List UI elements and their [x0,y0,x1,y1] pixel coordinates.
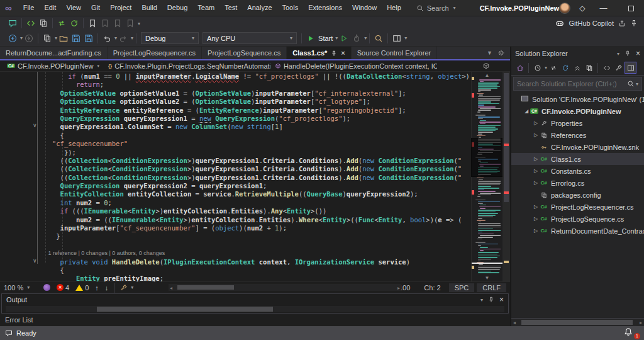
menu-tools[interactable]: Tools [277,0,304,16]
redo-icon[interactable] [118,33,129,44]
scrollbar-thumb[interactable] [97,307,273,312]
toolbar-overflow-icon[interactable]: ▾ [138,21,140,26]
code-line[interactable]: inputParameter["cf_sequencenumber"] = (o… [40,224,471,232]
search-control[interactable]: Search ▾ [416,4,456,12]
code-line[interactable]: { [40,132,471,140]
breadcrumb-method[interactable]: HandleDelete(IPluginExecutionContext con… [270,62,437,70]
solution-explorer-search[interactable]: ▾ [513,77,642,91]
tree-item-packages-config[interactable]: packages.config [511,189,644,201]
save-all-icon[interactable] [83,33,94,44]
tree-collapsed-icon[interactable]: ▷ [533,156,539,162]
open-file-icon[interactable] [58,33,69,44]
menu-analyze[interactable]: Analyze [242,0,277,16]
previous-issue-icon[interactable]: ↑ [95,284,99,292]
tree-collapsed-icon[interactable]: ▷ [533,132,539,138]
tree-expanded-icon[interactable]: ◢ [523,108,530,114]
code-line[interactable] [40,241,471,249]
menu-git[interactable]: Git [86,0,105,16]
undo-chevron-icon[interactable]: ▾ [114,35,117,41]
code-line[interactable]: if (num1 == 0 || inputParameter.LogicalN… [40,72,471,81]
feedback-icon[interactable] [5,329,13,337]
code-line[interactable]: ((Collection<ConditionExpression>)queryE… [40,174,471,182]
code-line[interactable]: EntityCollection entityCollection = serv… [40,190,471,198]
code-line[interactable]: int num2 = 0; [40,199,471,207]
preview-selected-items-icon[interactable] [625,62,636,74]
chevron-down-icon[interactable]: ▾ [617,51,619,57]
breadcrumb-project[interactable]: C#CF.Invoke.POPluginNew▾ [3,62,104,70]
menu-view[interactable]: View [61,0,86,16]
line-ending-indicator[interactable]: CRLF [477,283,506,292]
tree-item-projectlogresequencer-cs[interactable]: ▷C#ProjectLogResequencer.cs [511,201,644,213]
scrollbar-thumb[interactable] [504,73,509,202]
output-scrollbar[interactable] [6,306,504,312]
zoom-select[interactable]: 100 % ▾ [4,284,40,292]
code-line[interactable]: ((Collection<ConditionExpression>)queryE… [40,157,471,165]
minimap[interactable]: ▲ ▼ [471,72,502,281]
code-line[interactable]: ((Collection<ConditionExpression>)queryE… [40,165,471,173]
code-line[interactable]: Entity preEntityImage; [40,275,471,281]
chevron-down-icon[interactable]: ▾ [480,297,483,303]
menu-team[interactable]: Team [192,0,219,16]
code-line[interactable]: OptionSetValue optionSetValue1 = (Option… [40,89,471,98]
code-line[interactable]: QueryExpression queryExpression2 = query… [40,182,471,190]
code-line[interactable]: OptionSetValue optionSetValue2 = (Option… [40,98,471,106]
close-icon[interactable]: × [341,49,345,57]
step-into-icon[interactable] [56,18,67,29]
collapse-all-icon[interactable] [571,62,583,74]
gear-icon[interactable] [497,49,505,57]
error-count[interactable]: ✕ 4 [57,284,69,292]
navigate-to-icon[interactable] [25,18,36,29]
tab-projectlogsequence-cs[interactable]: ProjectLogSequence.cs [202,47,287,59]
tree-collapsed-icon[interactable]: ▷ [533,216,539,222]
code-line[interactable]: } [40,232,471,241]
tab-source-control-explorer[interactable]: Source Control Explorer [352,47,437,59]
splitter-icon[interactable] [482,62,510,70]
tree-item-projectlogsequence-cs[interactable]: ▷C#ProjectLogSequence.cs [511,213,644,225]
new-project-chevron-icon[interactable]: ▾ [55,35,57,41]
scroll-left-icon[interactable]: ◂ [513,320,516,326]
document-well-dropdown-icon[interactable]: ▼ [487,50,492,56]
code-line[interactable]: { [40,266,471,275]
clear-bookmarks-icon[interactable] [125,18,136,29]
breadcrumb-class[interactable]: {}CF.Invoke.Plugin.ProjectLogs.SeqNumber… [104,62,270,70]
live-visual-tree-icon[interactable] [391,33,402,44]
tree-item-solution-cf-invoke-popluginnew-1-of-1-p[interactable]: Solution 'CF.Invoke.POPluginNew' (1 of 1… [511,93,644,105]
code-line[interactable]: "cf_sequencenumber" [40,140,471,148]
tree-item-class1-cs[interactable]: ▷C#Class1.cs [511,153,644,165]
pending-changes-filter-icon[interactable] [531,62,543,74]
send-feedback-icon[interactable] [7,18,18,29]
navigate-forward-icon[interactable] [23,33,35,44]
hot-reload-chevron-icon[interactable]: ▾ [364,35,367,41]
find-references-icon[interactable] [38,18,49,29]
tree-collapsed-icon[interactable]: ▷ [533,228,539,234]
code-line[interactable]: queryExpression1.ColumnSet = new ColumnS… [40,123,471,131]
scrollbar-thumb[interactable] [521,320,633,325]
tree-item-constants-cs[interactable]: ▷C#Constants.cs [511,165,644,177]
horizontal-scrollbar[interactable]: ◂ ▸ [169,284,401,291]
menu-debug[interactable]: Debug [162,0,192,16]
toggle-bookmark-icon[interactable] [87,18,98,29]
pin-icon[interactable] [331,49,337,57]
refresh-icon[interactable] [559,62,571,74]
close-icon[interactable]: × [636,49,640,58]
switch-views-icon[interactable] [514,62,526,74]
start-chevron-icon[interactable]: ▾ [335,35,338,41]
save-icon[interactable] [70,33,82,44]
scroll-up-icon[interactable]: ▲ [472,72,502,78]
menu-edit[interactable]: Edit [39,0,61,16]
tree-collapsed-icon[interactable]: ▷ [533,180,539,186]
tab-returndocume-actfunding-cs[interactable]: ReturnDocume...actFunding.cs [0,47,108,59]
close-icon[interactable]: × [499,295,504,304]
code-line[interactable]: num2 = ((IEnumerable<Entity>)entityColle… [40,216,471,224]
error-list-panel[interactable]: Error List [0,314,510,326]
scroll-right-icon[interactable]: ▸ [640,320,642,326]
undo-icon[interactable] [101,33,113,44]
navigate-back-chevron-icon[interactable]: ▾ [20,35,23,41]
code-line[interactable]: private void HandleDelete(IPluginExecuti… [40,258,471,266]
unpin-icon[interactable] [630,20,638,27]
scroll-down-icon[interactable]: ▼ [472,275,502,281]
show-all-files-icon[interactable] [583,62,595,74]
toolbar2-overflow-icon[interactable]: ▾ [404,35,407,41]
tree-item-cf-invoke-popluginnew[interactable]: ◢C#CF.Invoke.POPluginNew [511,105,644,117]
code-line[interactable]: EntityReference entityReference = (Entit… [40,106,471,115]
